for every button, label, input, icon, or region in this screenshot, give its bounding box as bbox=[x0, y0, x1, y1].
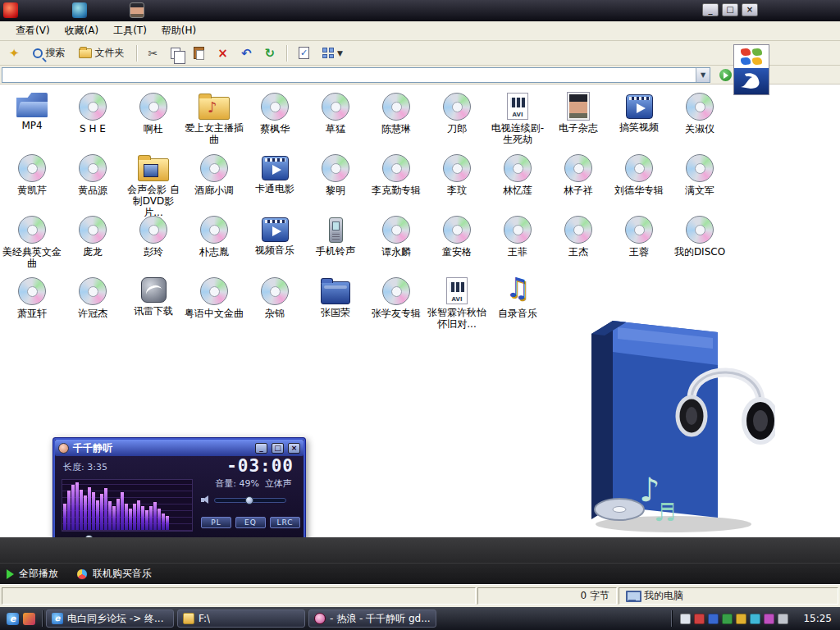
volume-tray-icon[interactable] bbox=[736, 614, 746, 624]
file-item[interactable]: 关淑仪 bbox=[669, 93, 730, 154]
address-input[interactable] bbox=[2, 68, 696, 82]
player-mode-button[interactable]: □ bbox=[272, 443, 284, 454]
file-item[interactable]: 张国荣 bbox=[305, 277, 366, 339]
file-item[interactable]: 酒廊小调 bbox=[184, 154, 244, 216]
cut-button[interactable]: ✂ bbox=[144, 45, 162, 62]
file-item[interactable]: 刘德华专辑 bbox=[609, 154, 669, 216]
volume-slider[interactable] bbox=[214, 498, 286, 503]
file-item[interactable]: 美经典英文金曲 bbox=[2, 216, 62, 277]
refresh-button[interactable]: ↻ bbox=[260, 45, 279, 62]
download-tray-icon[interactable] bbox=[750, 614, 760, 624]
file-item[interactable]: 蔡枫华 bbox=[244, 93, 305, 154]
file-item[interactable]: 啊杜 bbox=[123, 93, 184, 154]
message-tray-icon[interactable] bbox=[694, 614, 705, 624]
desktop-shortcut-icon[interactable] bbox=[3, 2, 18, 18]
chat-tray-icon[interactable] bbox=[764, 614, 774, 624]
file-item[interactable]: 林忆莲 bbox=[487, 154, 548, 216]
file-item[interactable]: 李玟 bbox=[427, 154, 487, 216]
folder-icon bbox=[79, 48, 92, 58]
file-item[interactable]: 卡通电影 bbox=[244, 154, 305, 216]
keyboard-tray-icon[interactable] bbox=[680, 614, 691, 624]
folders-button[interactable]: 文件夹 bbox=[75, 43, 129, 62]
file-item[interactable]: 满文军 bbox=[669, 154, 730, 216]
file-item[interactable]: 张学友专辑 bbox=[366, 277, 427, 339]
cd-icon bbox=[18, 154, 46, 182]
file-item[interactable]: 讯雷下载 bbox=[123, 277, 184, 339]
file-item[interactable]: 朴志胤 bbox=[184, 216, 244, 277]
file-item[interactable]: 粤语中文金曲 bbox=[184, 277, 244, 339]
menu-item[interactable]: 收藏(A) bbox=[57, 21, 107, 40]
delete-button[interactable]: × bbox=[213, 45, 232, 62]
buy-music-online-button[interactable]: 联机购买音乐 bbox=[76, 567, 152, 581]
file-item[interactable]: 黄品源 bbox=[62, 154, 123, 216]
seek-knob[interactable] bbox=[84, 535, 94, 537]
file-item[interactable]: 萧亚轩 bbox=[2, 277, 62, 339]
search-button[interactable]: 搜索 bbox=[29, 43, 70, 62]
file-item[interactable]: 搞笑视频 bbox=[609, 93, 669, 154]
file-item[interactable]: 王蓉 bbox=[609, 216, 669, 277]
ie-quicklaunch-icon[interactable]: e bbox=[7, 613, 19, 625]
file-item[interactable]: S H E bbox=[62, 93, 123, 154]
file-item[interactable]: 杂锦 bbox=[244, 277, 305, 339]
file-item[interactable]: 草猛 bbox=[305, 93, 366, 154]
eq-button[interactable]: EQ bbox=[235, 517, 266, 528]
file-item[interactable]: 王菲 bbox=[487, 216, 548, 277]
minimize-button[interactable]: _ bbox=[702, 3, 719, 16]
taskbar-window-button[interactable]: F:\ bbox=[177, 609, 305, 628]
file-item[interactable]: 电子杂志 bbox=[548, 93, 609, 154]
volume-knob[interactable] bbox=[245, 496, 253, 504]
file-item[interactable]: 陈慧琳 bbox=[366, 93, 427, 154]
player-titlebar[interactable]: 千千静听 _ □ × bbox=[55, 440, 304, 456]
file-item[interactable]: 张智霖许秋怡怀旧对... bbox=[427, 277, 487, 339]
menu-item[interactable]: 查看(V) bbox=[8, 21, 57, 40]
file-item[interactable]: 林子祥 bbox=[548, 154, 609, 216]
player-close-button[interactable]: × bbox=[288, 443, 300, 454]
maximize-button[interactable]: □ bbox=[722, 3, 738, 16]
menu-item[interactable]: 帮助(H) bbox=[154, 21, 203, 40]
file-item[interactable]: 谭永麟 bbox=[366, 216, 427, 277]
file-item[interactable]: 黎明 bbox=[305, 154, 366, 216]
file-item[interactable]: 刀郎 bbox=[427, 93, 487, 154]
file-label: 电子杂志 bbox=[559, 122, 598, 134]
file-item[interactable]: 王杰 bbox=[548, 216, 609, 277]
file-item[interactable]: 爱上女主播插曲 bbox=[184, 93, 244, 154]
close-button[interactable]: × bbox=[742, 3, 758, 16]
file-item[interactable]: 视频音乐 bbox=[244, 216, 305, 277]
undo-button[interactable]: ↶ bbox=[237, 45, 256, 62]
file-item[interactable]: 电视连续剧-生死劫 bbox=[487, 93, 548, 154]
copy-button[interactable] bbox=[167, 45, 185, 62]
file-item[interactable]: 会声会影 自制DVD影片... bbox=[123, 154, 184, 216]
status-panel bbox=[2, 587, 476, 605]
file-item[interactable]: 童安格 bbox=[427, 216, 487, 277]
file-item[interactable]: 李克勤专辑 bbox=[366, 154, 427, 216]
file-item[interactable]: 黄凯芹 bbox=[2, 154, 62, 216]
desktop-shortcut-icon[interactable] bbox=[72, 2, 87, 18]
taskbar-window-button[interactable]: e电白同乡论坛 -> 终... bbox=[46, 609, 174, 628]
paste-button[interactable] bbox=[189, 44, 208, 62]
taskbar: e e电白同乡论坛 -> 终...F:\- 热浪 - 千千静听 gd... 15… bbox=[0, 607, 840, 630]
journal-button[interactable] bbox=[294, 44, 313, 62]
file-item[interactable]: 自录音乐 bbox=[487, 277, 548, 339]
menu-item[interactable]: 工具(T) bbox=[106, 21, 154, 40]
file-item[interactable]: 庞龙 bbox=[62, 216, 123, 277]
file-item[interactable]: 我的DISCO bbox=[669, 216, 730, 277]
favorites-button[interactable]: ✦ bbox=[5, 45, 24, 62]
desktop-photo-icon[interactable] bbox=[130, 2, 144, 18]
address-dropdown-button[interactable]: ▼ bbox=[696, 68, 710, 82]
cd-icon bbox=[79, 277, 107, 305]
views-button[interactable]: ▼ bbox=[318, 45, 347, 61]
media-quicklaunch-icon[interactable] bbox=[23, 613, 35, 625]
go-arrow-icon bbox=[719, 69, 732, 81]
taskbar-window-button[interactable]: - 热浪 - 千千静听 gd... bbox=[308, 609, 436, 628]
lrc-button[interactable]: LRC bbox=[270, 517, 300, 528]
player-minimize-button[interactable]: _ bbox=[255, 443, 267, 454]
file-item[interactable]: 彭玲 bbox=[123, 216, 184, 277]
network-tray-icon[interactable] bbox=[708, 614, 719, 624]
file-item[interactable]: 手机铃声 bbox=[305, 216, 366, 277]
file-item[interactable]: 许冠杰 bbox=[62, 277, 123, 339]
file-item[interactable]: MP4 bbox=[2, 93, 62, 154]
play-all-button[interactable]: 全部播放 bbox=[7, 567, 58, 581]
antivirus-tray-icon[interactable] bbox=[722, 614, 733, 624]
pl-button[interactable]: PL bbox=[201, 517, 231, 528]
input-method-tray-icon[interactable] bbox=[778, 614, 788, 624]
